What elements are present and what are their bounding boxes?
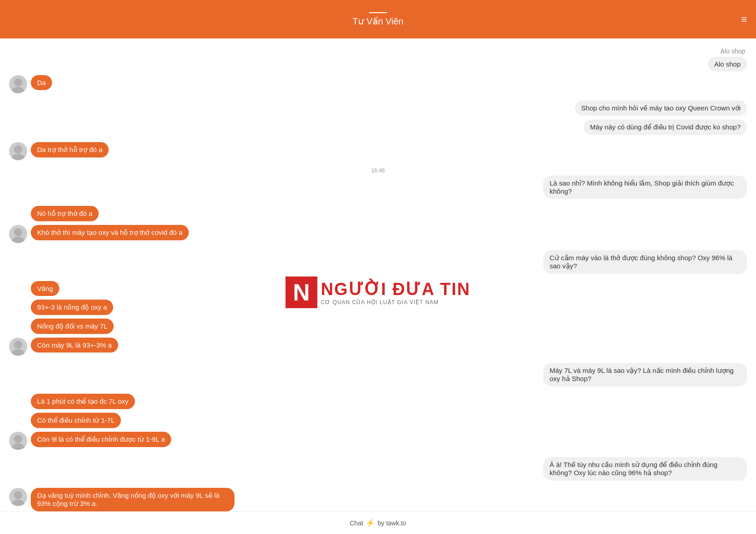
avatar	[9, 432, 27, 450]
menu-icon[interactable]: ≡	[741, 14, 747, 25]
svg-point-1	[12, 87, 24, 93]
svg-point-9	[12, 443, 24, 450]
avatar	[9, 75, 27, 93]
table-row: Cứ cắm máy vào là thở được đúng không sh…	[9, 250, 747, 274]
svg-point-0	[14, 78, 22, 86]
avatar	[9, 488, 27, 506]
watermark: N NGƯỜI ĐƯA TIN CƠ QUAN CỦA HỘI LUẬT GIA…	[286, 277, 470, 308]
table-row: Còn máy 9L là 93+-3% a	[9, 338, 747, 356]
lightning-icon: ⚡	[366, 519, 375, 527]
bubble-left: Là 1 phút có thể tạo đc 7L oxy	[31, 394, 135, 409]
alo-shop-label: Alo shop	[9, 48, 747, 55]
bubble-right: Alo shop	[708, 57, 747, 72]
svg-point-6	[14, 341, 22, 349]
svg-point-7	[12, 349, 24, 356]
bubble-left: Da trợ thở hỗ trợ đó a	[31, 142, 109, 157]
svg-point-4	[14, 228, 22, 236]
table-row: Alo shop	[9, 57, 747, 72]
timestamp: 16:46	[9, 167, 747, 174]
bubble-right: Shop cho mình hỏi về máy tao oxy Queen C…	[575, 100, 747, 116]
table-row: Có thể điều chỉnh từ 1-7L	[9, 413, 747, 428]
bubble-left: Dạ vâng tuỳ mình chỉnh. Vâng nồng độ oxy…	[31, 488, 234, 511]
bubble-right: À à! Thế tùy nhu cầu mình sử dụng để điề…	[543, 457, 747, 481]
bubble-right: Cứ cắm máy vào là thở được đúng không sh…	[543, 250, 747, 274]
table-row: Còn 9l là có thể điều chỉnh được từ 1-9L…	[9, 432, 747, 450]
table-row: Da	[9, 75, 747, 93]
bubble-right: Là sao nhỉ? Mình không hiểu lắm, Shop gi…	[543, 176, 747, 199]
chat-area: N NGƯỜI ĐƯA TIN CƠ QUAN CỦA HỘI LUẬT GIA…	[0, 38, 756, 534]
bubble-right: Máy 7L và máy 9L là sao vậy? Là nấc mình…	[543, 363, 747, 386]
svg-point-10	[14, 491, 22, 499]
watermark-title: NGƯỜI ĐƯA TIN	[321, 279, 470, 299]
bubble-left: Nồng độ đối vs máy 7L	[31, 319, 114, 334]
table-row: Dạ vâng tuỳ mình chỉnh. Vâng nồng độ oxy…	[9, 488, 747, 511]
table-row: Khó thở thì máy tạo oxy và hỗ trợ thở co…	[9, 225, 747, 243]
svg-point-2	[14, 145, 22, 153]
svg-point-8	[14, 435, 22, 443]
table-row: Là sao nhỉ? Mình không hiểu lắm, Shop gi…	[9, 176, 747, 199]
watermark-subtitle: CƠ QUAN CỦA HỘI LUẬT GIA VIỆT NAM	[321, 299, 470, 305]
footer-powered-by: by tawk.to	[378, 520, 406, 527]
avatar	[9, 142, 27, 160]
table-row: Máy 7L và máy 9L là sao vậy? Là nấc mình…	[9, 363, 747, 386]
bubble-left: Có thể điều chỉnh từ 1-7L	[31, 413, 121, 428]
svg-point-11	[12, 500, 24, 506]
bubble-left: Da	[31, 75, 52, 90]
bubble-left: Khó thở thì máy tạo oxy và hỗ trợ thở co…	[31, 225, 189, 240]
svg-point-5	[12, 237, 24, 243]
table-row: Máy này có dùng để điều trị Covid được k…	[9, 119, 747, 135]
bubble-left: Nó hỗ trợ thở đó a	[31, 206, 99, 221]
bubble-left: Vâng	[31, 281, 59, 296]
table-row: À à! Thế tùy nhu cầu mình sử dụng để điề…	[9, 457, 747, 481]
bubble-right: Máy này có dùng để điều trị Covid được k…	[584, 119, 747, 135]
table-row: Nồng độ đối vs máy 7L	[9, 319, 747, 334]
header: Tư Vấn Viên ≡	[0, 0, 756, 38]
bubble-left: 93+-3 là nồng độ oxy a	[31, 300, 113, 315]
table-row: Da trợ thở hỗ trợ đó a	[9, 142, 747, 160]
footer: Chat ⚡ by tawk.to	[0, 511, 756, 534]
bubble-left: Còn 9l là có thể điều chỉnh được từ 1-9L…	[31, 432, 171, 447]
header-title: Tư Vấn Viên	[353, 12, 403, 27]
table-row: Là 1 phút có thể tạo đc 7L oxy	[9, 394, 747, 409]
bubble-left: Còn máy 9L là 93+-3% a	[31, 338, 118, 353]
footer-chat-label: Chat	[350, 520, 364, 527]
svg-point-3	[12, 154, 24, 160]
table-row: Shop cho mình hỏi về máy tao oxy Queen C…	[9, 100, 747, 116]
avatar	[9, 225, 27, 243]
table-row: Nó hỗ trợ thở đó a	[9, 206, 747, 221]
watermark-n: N	[286, 277, 317, 308]
avatar	[9, 338, 27, 356]
